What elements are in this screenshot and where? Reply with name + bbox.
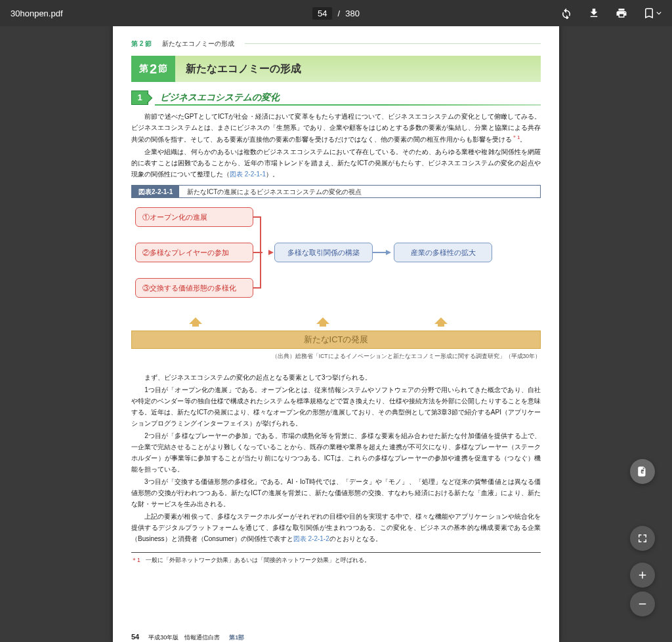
zoom-in-button[interactable] [630,563,655,588]
arrow-up-icon [189,317,202,327]
fit-page-button[interactable] [630,526,655,551]
bookmark-menu[interactable] [643,7,662,19]
para-text-end: のとおりとなる。 [329,535,382,542]
footer-edition: 平成30年版 情報通信白書 [148,633,220,642]
paragraph: 2つ目が「多様なプレーヤーの参加」である。市場の成熟化等を背景に、多様な要素を組… [131,430,541,475]
section-num: 2 [150,58,157,80]
arrow-up-icon [434,317,448,327]
header-rule [245,43,541,44]
running-header: 第 2 節 新たなエコノミーの形成 [131,38,541,49]
section-prefix: 第 [139,61,148,77]
footnote-separator [131,552,541,553]
arrow-right-icon [268,250,274,255]
figure-number: 図表2-2-1-1 [132,186,179,197]
figure-diagram: ①オープン化の進展 ②多様なプレイヤーの参加 ③交換する価値形態の多様化 多様な… [131,205,541,349]
current-page-input[interactable]: 54 [312,7,332,20]
diagram-blue-box-1: 多様な取引関係の構築 [274,243,373,262]
rotate-icon[interactable] [560,7,572,19]
diagram-red-box-2: ②多様なプレイヤーの参加 [135,243,253,262]
filename: 30honpen.pdf [10,9,63,18]
subsection-banner: 1 ビジネスエコシステムの変化 [131,90,541,106]
pdf-page: 第 2 節 新たなエコノミーの形成 第2節 新たなエコノミーの形成 1 ビジネス… [113,26,559,642]
bookmark-icon [643,7,655,19]
figure-ref-link[interactable]: 図表 2-2-1-1 [230,171,266,178]
para-text-end: ）。 [266,171,279,178]
footnote: ＊1 一般に「外部ネットワーク効果」あるいは「間接的ネットワーク効果」と呼ばれる… [131,555,541,565]
arrow-right-icon [386,250,391,255]
page-number: 54 [131,631,139,642]
toolbar-actions [560,7,662,19]
page-indicator: 54 / 380 [312,7,360,20]
footnote-text: 一般に「外部ネットワーク効果」あるいは「間接的ネットワーク効果」と呼ばれる。 [146,555,370,565]
paragraph: 1つ目が「オープン化の進展」である。オープン化とは、従来情報システムやソフトウェ… [131,384,541,429]
figure-label: 図表2-2-1-1 新たなICTの進展によるビジネスエコシステムの変化の視点 [131,185,541,198]
diagram-red-box-1: ①オープン化の進展 [135,207,253,227]
viewer[interactable]: 第 2 節 新たなエコノミーの形成 第2節 新たなエコノミーの形成 1 ビジネス… [0,26,672,642]
total-pages: 380 [345,9,360,18]
subsection-num: 1 [131,90,148,105]
section-title-banner: 第2節 新たなエコノミーの形成 [131,56,541,82]
connector-line [253,216,261,218]
connector-line [253,287,261,289]
header-section-title: 新たなエコノミーの形成 [162,38,234,49]
arrow-up-icon [316,317,329,327]
diagram-ict-bar: 新たなICTの発展 [131,331,541,349]
diagram-red-box-3: ③交換する価値形態の多様化 [135,278,253,298]
connector-line [260,217,261,289]
footnote-ref[interactable]: ＊1 [512,134,520,140]
subsection-title: ビジネスエコシステムの変化 [160,90,280,106]
footnote-mark: ＊1 [131,555,140,565]
evernote-button[interactable] [630,459,655,484]
section-suffix: 節 [158,61,167,77]
footer-part: 第1部 [229,633,244,642]
paragraph: 前節で述べたGPTとしてICTが社会・経済において変革をもたらす過程について、ビ… [131,111,541,145]
page-footer: 54 平成30年版 情報通信白書 第1部 [131,631,541,642]
paragraph: 上記の要素が相俟って、多様なステークホルダーがそれぞれの目標や目的を実現する中で… [131,511,541,544]
pdf-toolbar: 30honpen.pdf 54 / 380 [0,0,672,26]
figure-title: 新たなICTの進展によるビジネスエコシステムの変化の視点 [179,186,369,197]
zoom-out-button[interactable] [630,592,655,616]
print-icon[interactable] [616,7,627,19]
para-text: 企業や組織は、何らかのあるいは複数のビジネスエコシステムにおいて存在している。そ… [131,148,541,178]
section-number-block: 第2節 [131,56,175,82]
download-icon[interactable] [588,7,600,19]
page-separator: / [338,9,341,18]
paragraph: まず、ビジネスエコシステムの変化の起点となる要素として3つ挙げられる。 [131,372,541,383]
paragraph: 企業や組織は、何らかのあるいは複数のビジネスエコシステムにおいて存在している。そ… [131,146,541,180]
subsection-rule [155,104,541,106]
header-section-label: 第 2 節 [131,38,152,49]
connector-line [253,252,262,253]
chevron-down-icon [656,10,662,16]
para-text: 前節で述べたGPTとしてICTが社会・経済において変革をもたらす過程について、ビ… [131,113,541,143]
para-text-end: 。 [520,136,526,143]
figure-source: （出典）総務省「ICTによるイノベーションと新たなエコノミー形成に関する調査研究… [131,351,541,361]
section-title: 新たなエコノミーの形成 [186,60,301,77]
diagram-blue-box-2: 産業の多様性の拡大 [394,243,492,262]
paragraph: 3つ目が「交換する価値形態の多様化」である。AI・IoT時代では、「データ」や「… [131,476,541,510]
figure-ref-link[interactable]: 図表 2-2-1-2 [293,535,329,542]
